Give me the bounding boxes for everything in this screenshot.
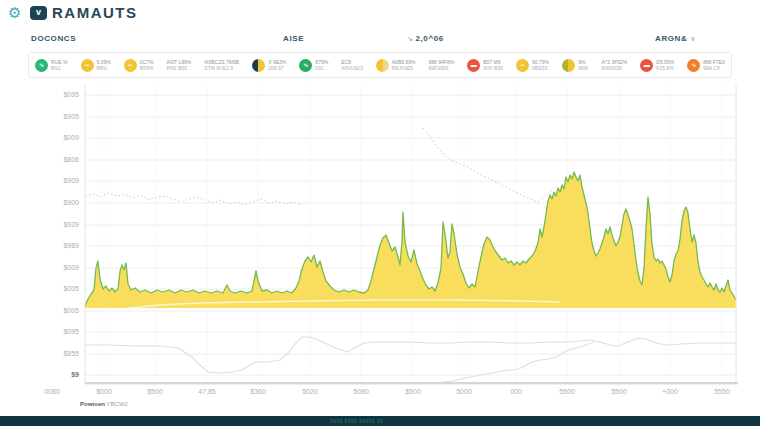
svg-text:5080: 5080 (353, 388, 369, 395)
svg-text:$500: $500 (147, 388, 163, 395)
svg-text:$500: $500 (405, 388, 421, 395)
svg-text:5020: 5020 (302, 388, 318, 395)
svg-text:$009: $009 (63, 134, 79, 141)
footer-brand: Powtoen (80, 401, 105, 407)
svg-text:$900: $900 (63, 199, 79, 206)
bottom-bar: 9999 9999 99999 99 (0, 416, 760, 426)
svg-text:$360: $360 (250, 388, 266, 395)
svg-text:$929: $929 (63, 221, 79, 228)
svg-text:47,85: 47,85 (198, 388, 216, 395)
svg-text:$855: $855 (63, 350, 79, 357)
svg-text:$005: $005 (63, 307, 79, 314)
bottom-bar-text: 9999 9999 99999 99 (330, 418, 383, 424)
svg-text:5550: 5550 (714, 388, 730, 395)
svg-text:$095: $095 (63, 91, 79, 98)
svg-text:5500: 5500 (611, 388, 627, 395)
svg-text:5500: 5500 (559, 388, 575, 395)
svg-text:$806: $806 (63, 156, 79, 163)
price-area-chart: $095$905$009$806$909$900$929$989$009$005… (0, 0, 760, 426)
svg-text:$000: $000 (96, 388, 112, 395)
svg-text:$9: $9 (71, 371, 79, 379)
chart-plot-area[interactable]: $095$905$009$806$909$900$929$989$009$005… (0, 0, 760, 426)
svg-text:+000: +000 (662, 388, 678, 395)
svg-text:$095: $095 (63, 328, 79, 335)
svg-text:$905: $905 (63, 113, 79, 120)
svg-text:$989: $989 (63, 242, 79, 249)
svg-text:$009: $009 (63, 264, 79, 271)
svg-text:$909: $909 (63, 177, 79, 184)
footer-note: Powtoen YBCW2 (80, 401, 128, 407)
svg-text:5000: 5000 (456, 388, 472, 395)
svg-text:$005: $005 (63, 285, 79, 292)
footer-code: YBCW2 (107, 401, 128, 407)
svg-text:0080: 0080 (44, 388, 60, 395)
svg-text:000: 000 (510, 388, 522, 395)
